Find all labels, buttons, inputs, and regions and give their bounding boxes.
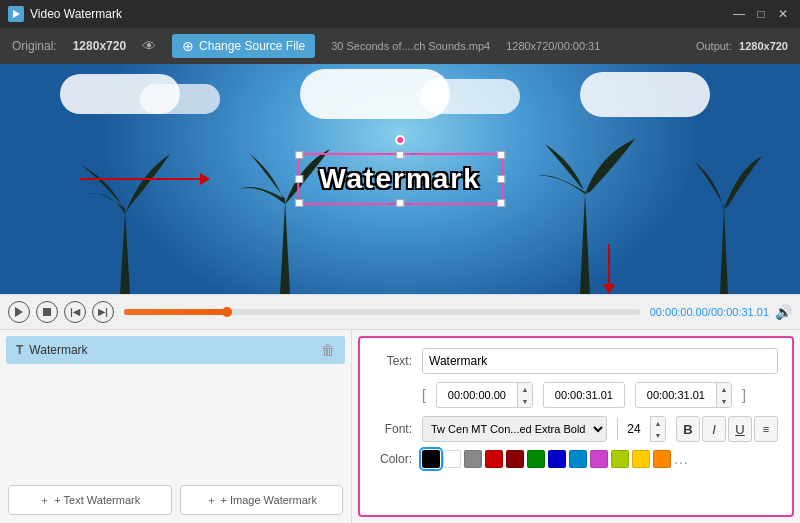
- play-button[interactable]: [8, 301, 30, 323]
- plus-image-icon: ＋: [206, 493, 217, 508]
- playback-bar: |◀ ▶| 00:00:00.00/00:00:31.01 🔊: [0, 294, 800, 330]
- color-swatch-red[interactable]: [485, 450, 503, 468]
- cloud-2: [140, 84, 220, 114]
- resize-handle-ml[interactable]: [295, 175, 303, 183]
- color-swatch-gray[interactable]: [464, 450, 482, 468]
- color-label: Color:: [374, 452, 412, 466]
- time-duration-down[interactable]: ▼: [717, 395, 731, 407]
- cloud-5: [580, 72, 710, 117]
- watermark-element[interactable]: Watermark: [297, 153, 503, 205]
- prev-frame-button[interactable]: |◀: [64, 301, 86, 323]
- app-title: Video Watermark: [30, 7, 122, 21]
- plus-icon: ⊕: [182, 38, 194, 54]
- maximize-button[interactable]: □: [752, 5, 770, 23]
- close-button[interactable]: ✕: [774, 5, 792, 23]
- font-size-wrap: ▲ ▼: [617, 416, 666, 442]
- color-swatch-purple[interactable]: [590, 450, 608, 468]
- header-bar: Original: 1280x720 👁 ⊕ Change Source Fil…: [0, 28, 800, 64]
- time-duration-up[interactable]: ▲: [717, 383, 731, 395]
- next-frame-button[interactable]: ▶|: [92, 301, 114, 323]
- timeline[interactable]: [124, 309, 640, 315]
- color-swatch-lightblue[interactable]: [569, 450, 587, 468]
- color-swatch-lime[interactable]: [611, 450, 629, 468]
- resize-handle-tm[interactable]: [396, 151, 404, 159]
- eye-icon[interactable]: 👁: [142, 38, 156, 54]
- align-button[interactable]: ≡: [754, 416, 778, 442]
- original-resolution: 1280x720: [73, 39, 126, 53]
- add-image-watermark-button[interactable]: ＋ + Image Watermark: [180, 485, 344, 515]
- time-end-input-wrap: [543, 382, 625, 408]
- window-controls: — □ ✕: [730, 5, 792, 23]
- minimize-button[interactable]: —: [730, 5, 748, 23]
- resize-handle-bl[interactable]: [295, 199, 303, 207]
- svg-rect-2: [43, 308, 51, 316]
- font-label: Font:: [374, 422, 412, 436]
- file-info: 1280x720/00:00:31: [506, 40, 600, 52]
- resize-handle-tr[interactable]: [497, 151, 505, 159]
- stop-button[interactable]: [36, 301, 58, 323]
- resize-handle-tl[interactable]: [295, 151, 303, 159]
- add-text-watermark-button[interactable]: ＋ + Text Watermark: [8, 485, 172, 515]
- timeline-thumb[interactable]: [222, 307, 232, 317]
- font-select[interactable]: Tw Cen MT Con...ed Extra Bold: [422, 416, 607, 442]
- text-watermark-icon: T: [16, 343, 23, 357]
- change-source-button[interactable]: ⊕ Change Source File: [172, 34, 315, 58]
- plus-text-icon: ＋: [39, 493, 50, 508]
- font-size-input[interactable]: [618, 416, 650, 442]
- watermark-item-left: T Watermark: [16, 343, 88, 357]
- arrow-head: [200, 173, 210, 185]
- text-row: Text:: [374, 348, 778, 374]
- resize-handle-br[interactable]: [497, 199, 505, 207]
- font-size-down[interactable]: ▼: [651, 429, 665, 441]
- resize-handle-mr[interactable]: [497, 175, 505, 183]
- font-size-spinners: ▲ ▼: [650, 417, 665, 441]
- watermark-add-buttons: ＋ + Text Watermark ＋ + Image Watermark: [6, 479, 345, 517]
- color-swatch-darkred[interactable]: [506, 450, 524, 468]
- time-duration-spinners: ▲ ▼: [716, 383, 731, 407]
- add-image-label: + Image Watermark: [221, 494, 317, 506]
- more-colors-button[interactable]: ...: [674, 451, 689, 467]
- time-start-up[interactable]: ▲: [518, 383, 532, 395]
- time-start-spinners: ▲ ▼: [517, 383, 532, 407]
- color-swatch-green[interactable]: [527, 450, 545, 468]
- color-swatch-white[interactable]: [443, 450, 461, 468]
- color-swatch-orange[interactable]: [653, 450, 671, 468]
- font-size-up[interactable]: ▲: [651, 417, 665, 429]
- svg-marker-0: [13, 10, 20, 18]
- app-icon: [8, 6, 24, 22]
- bottom-section: T Watermark 🗑 ＋ + Text Watermark ＋ + Ima…: [0, 330, 800, 523]
- arrow-down-line: [608, 244, 610, 284]
- time-start-input[interactable]: [437, 382, 517, 408]
- color-swatch-black[interactable]: [422, 450, 440, 468]
- cloud-4: [420, 79, 520, 114]
- svg-marker-1: [15, 307, 23, 317]
- time-start-down[interactable]: ▼: [518, 395, 532, 407]
- text-label: Text:: [374, 354, 412, 368]
- pointer-arrow-down: [603, 244, 615, 294]
- font-row: Font: Tw Cen MT Con...ed Extra Bold ▲ ▼ …: [374, 416, 778, 442]
- volume-icon[interactable]: 🔊: [775, 304, 792, 320]
- italic-button[interactable]: I: [702, 416, 726, 442]
- bold-button[interactable]: B: [676, 416, 700, 442]
- time-start-input-wrap: ▲ ▼: [436, 382, 533, 408]
- output-label: Output:: [696, 40, 732, 52]
- color-swatch-blue[interactable]: [548, 450, 566, 468]
- underline-button[interactable]: U: [728, 416, 752, 442]
- resize-handle-bm[interactable]: [396, 199, 404, 207]
- watermark-text: Watermark: [319, 163, 481, 194]
- watermark-item-label: Watermark: [29, 343, 87, 357]
- delete-watermark-button[interactable]: 🗑: [321, 342, 335, 358]
- arrow-line: [80, 178, 200, 180]
- file-name: 30 Seconds of....ch Sounds.mp4: [331, 40, 490, 52]
- color-swatch-yellow[interactable]: [632, 450, 650, 468]
- time-end-input[interactable]: [544, 382, 624, 408]
- text-input[interactable]: [422, 348, 778, 374]
- bracket-close: ]: [742, 387, 746, 403]
- color-swatches: ...: [422, 450, 689, 468]
- time-display: 00:00:00.00/00:00:31.01: [650, 306, 769, 318]
- watermark-list-item[interactable]: T Watermark 🗑: [6, 336, 345, 364]
- rotate-handle[interactable]: [395, 135, 405, 145]
- watermark-list-panel: T Watermark 🗑 ＋ + Text Watermark ＋ + Ima…: [0, 330, 352, 523]
- time-duration-input[interactable]: [636, 382, 716, 408]
- timeline-progress: [124, 309, 227, 315]
